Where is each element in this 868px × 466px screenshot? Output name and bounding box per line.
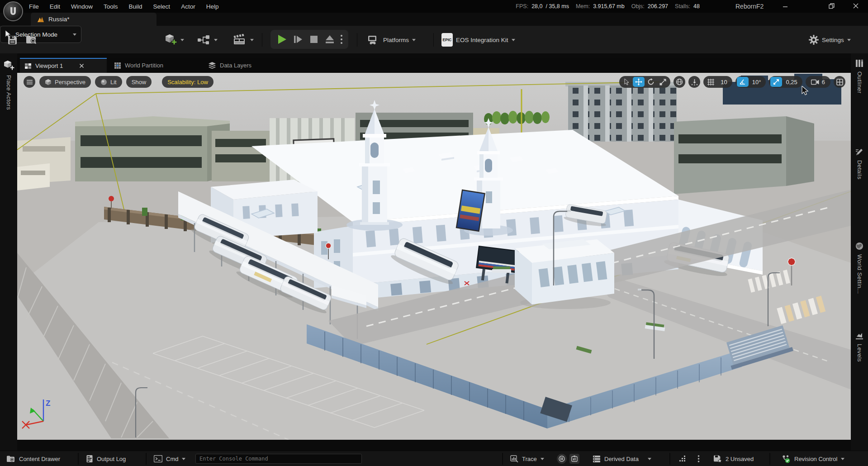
derived-data-dropdown[interactable]: Derived Data [593, 451, 651, 466]
scalability-label: Scalability: Low [167, 79, 208, 86]
chevron-down-icon [214, 39, 218, 41]
epic-games-logo: EPIC [441, 33, 453, 47]
stop-button[interactable] [309, 34, 319, 44]
snapshot-button[interactable] [569, 454, 579, 464]
chevron-down-icon [412, 39, 416, 41]
save-button[interactable] [7, 32, 18, 48]
world-partition-icon [114, 62, 121, 69]
derived-data-label: Derived Data [604, 456, 639, 462]
content-browser-icon [25, 34, 38, 45]
rotation-snap-icon-cell[interactable] [737, 77, 749, 87]
scale-snap-control[interactable]: 0,25 [769, 76, 802, 88]
unsaved-button[interactable]: 2 Unsaved [713, 451, 754, 466]
menu-help[interactable]: Help [206, 3, 219, 10]
play-button[interactable] [276, 33, 288, 45]
select-tool[interactable] [621, 76, 633, 88]
grid-snap-icon-cell[interactable] [705, 76, 717, 88]
gear-icon [809, 35, 819, 45]
eos-integration-dropdown[interactable]: EPIC EOS Integration Kit [441, 32, 515, 48]
scale-snap-value[interactable]: 0,25 [782, 79, 801, 86]
play-controls [270, 30, 348, 49]
output-log-button[interactable]: Output Log [86, 451, 126, 466]
tab-world-settings[interactable]: World Settin... [851, 242, 868, 294]
grid-icon [707, 79, 714, 86]
rotation-snap-value[interactable]: 10° [749, 79, 765, 86]
perspective-label: Perspective [55, 79, 85, 86]
quad-view-button[interactable] [834, 76, 845, 88]
globe-icon [676, 78, 683, 86]
menu-window[interactable]: Window [71, 3, 93, 10]
move-tool[interactable] [633, 77, 645, 87]
restore-button[interactable] [822, 0, 840, 12]
minimize-button[interactable] [776, 0, 794, 12]
close-tab-icon[interactable] [79, 63, 84, 68]
unsaved-label: 2 Unsaved [726, 456, 754, 462]
status-overflow-menu[interactable] [697, 451, 700, 466]
blueprints-button[interactable] [197, 32, 218, 48]
settings-dropdown[interactable]: Settings [809, 32, 851, 48]
scale-snap-icon-cell[interactable] [770, 77, 782, 87]
output-log-icon [86, 455, 93, 463]
menu-actor[interactable]: Actor [181, 3, 195, 10]
platforms-icon [367, 34, 380, 45]
cinematics-button[interactable] [232, 32, 254, 48]
revision-control-dropdown[interactable]: Revision Control [782, 451, 844, 466]
eject-button[interactable] [324, 34, 335, 45]
tab-world-partition[interactable]: World Partition [109, 58, 189, 73]
console-command-input[interactable] [195, 454, 362, 464]
menu-file[interactable]: File [29, 3, 39, 10]
close-button[interactable] [847, 0, 865, 12]
menu-tools[interactable]: Tools [104, 3, 118, 10]
grid-snap-value[interactable]: 10 [717, 79, 730, 86]
world-coordinate-toggle[interactable] [674, 76, 685, 88]
derived-data-icon [593, 455, 601, 463]
place-actors-tab[interactable]: Place Actors [0, 60, 17, 110]
level-icon [37, 16, 44, 23]
content-browser-button[interactable] [25, 32, 38, 48]
outliner-label: Outliner [856, 71, 863, 94]
platforms-dropdown[interactable]: Platforms [367, 32, 416, 48]
tab-details[interactable]: Details [851, 147, 868, 180]
lit-dropdown[interactable]: Lit [95, 76, 122, 88]
viewport-options-button[interactable] [24, 76, 35, 88]
tab-levels[interactable]: Levels [851, 331, 868, 362]
menu-build[interactable]: Build [129, 3, 142, 10]
tab-data-layers[interactable]: Data Layers [204, 58, 280, 73]
content-drawer-button[interactable]: Content Drawer [6, 451, 60, 466]
details-icon [855, 147, 864, 157]
level-tab-label: Russia* [48, 16, 70, 23]
perspective-dropdown[interactable]: Perspective [39, 76, 91, 88]
trace-dropdown[interactable]: Trace [510, 451, 544, 466]
memory-allocator-button[interactable] [678, 451, 687, 466]
viewport-toolbar-right: 10 10° 0,25 6 [619, 76, 845, 88]
settings-label: Settings [822, 37, 844, 43]
cinematics-icon [232, 34, 247, 46]
tab-outliner[interactable]: Outliner [851, 59, 868, 94]
play-options-menu[interactable] [340, 34, 343, 44]
dotted-grid-icon [678, 455, 687, 463]
rotation-snap-control[interactable]: 10° [735, 76, 766, 88]
grid-snap-control[interactable]: 10 [703, 76, 732, 88]
level-tab-russia[interactable]: Russia* [31, 13, 157, 26]
menu-edit[interactable]: Edit [50, 3, 60, 10]
trace-label: Trace [522, 456, 537, 462]
place-actors-icon [3, 60, 14, 71]
status-separator [502, 453, 503, 465]
add-actor-button[interactable] [164, 32, 184, 48]
menu-select[interactable]: Select [153, 3, 171, 10]
restore-icon [829, 3, 835, 9]
scale-tool[interactable] [657, 76, 669, 88]
scalability-badge[interactable]: Scalability: Low [162, 76, 213, 88]
camera-speed-control[interactable]: 6 [806, 76, 830, 88]
surface-snapping-button[interactable] [688, 76, 700, 88]
insights-session-button[interactable] [557, 454, 567, 464]
viewport-scene[interactable]: Z Perspective Lit Show Scalability: Low [17, 73, 851, 440]
show-dropdown[interactable]: Show [126, 76, 152, 88]
mem-value: 3.915,67 mb [593, 3, 625, 10]
tab-viewport-1[interactable]: Viewport 1 [20, 58, 107, 73]
frame-skip-button[interactable] [293, 34, 304, 45]
asset-tab-row: Russia* [0, 13, 868, 26]
unreal-logo [3, 1, 23, 21]
cmd-dropdown[interactable]: Cmd [154, 451, 185, 466]
rotate-tool[interactable] [645, 76, 657, 88]
